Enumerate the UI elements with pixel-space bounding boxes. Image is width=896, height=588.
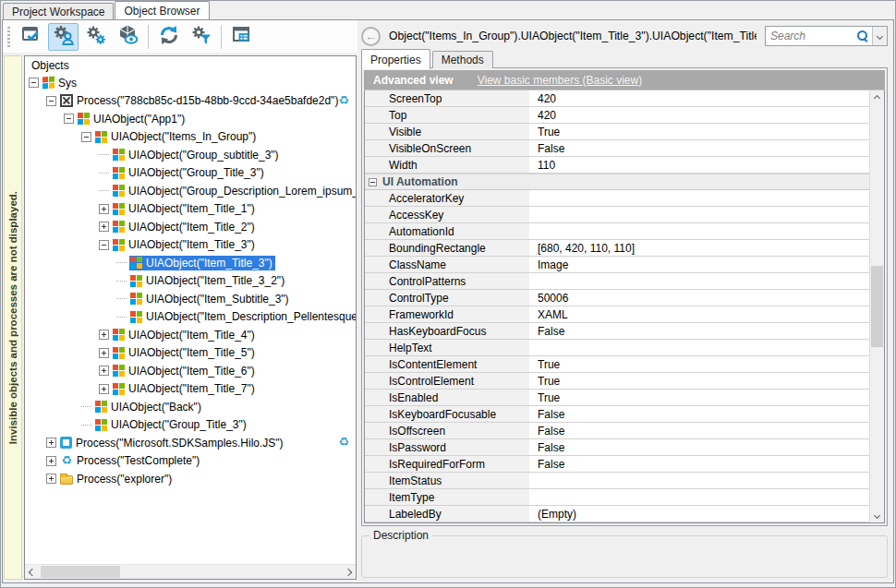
collapse-icon[interactable] — [46, 96, 56, 106]
expand-icon[interactable] — [46, 438, 56, 448]
tab-object-browser[interactable]: Object Browser — [115, 1, 209, 19]
tree-row[interactable]: Process("explorer") — [25, 470, 356, 488]
tree-label[interactable]: UIAObject("Item_Title_1") — [128, 202, 255, 215]
collapse-icon[interactable] — [99, 240, 109, 250]
expand-icon[interactable] — [46, 474, 56, 484]
expand-icon[interactable] — [46, 456, 56, 466]
tab-properties[interactable]: Properties — [361, 49, 430, 69]
property-row[interactable]: IsEnabledTrue — [365, 390, 869, 406]
tree-label[interactable]: UIAObject("Item_Title_6") — [128, 365, 255, 378]
tree-label[interactable]: Sys — [58, 77, 77, 90]
basic-view-link[interactable]: View basic members (Basic view) — [478, 74, 643, 87]
tree-label[interactable]: UIAObject("Group_subtitle_3") — [128, 149, 279, 162]
tree-row[interactable]: ♻Process("TestComplete") — [25, 452, 356, 471]
tree-row[interactable]: UIAObject("Group_Title_3") — [25, 416, 356, 435]
tree-row[interactable]: UIAObject("Item_Title_5") — [25, 344, 356, 363]
property-row[interactable]: AcceleratorKey — [365, 190, 869, 207]
tree-label[interactable]: UIAObject("Back") — [111, 401, 201, 414]
tree-label[interactable]: Process("explorer") — [77, 473, 172, 486]
expand-icon[interactable] — [99, 222, 109, 232]
tree-row[interactable]: UIAObject("Item_Title_3") — [25, 236, 356, 255]
scroll-down-arrow-icon[interactable] — [870, 508, 884, 522]
property-row[interactable]: AccessKey — [365, 207, 869, 223]
tree-row[interactable]: UIAObject("Items_In_Group") — [25, 128, 356, 147]
property-row[interactable]: ItemStatus — [365, 473, 869, 489]
window-check-button[interactable] — [16, 23, 46, 51]
property-row[interactable]: LabeledBy(Empty) — [365, 506, 869, 522]
tree-row[interactable]: Process("788cb85c-d15b-48bb-9ccd-34ae5ba… — [25, 92, 356, 111]
category-row[interactable]: UI Automation — [365, 174, 869, 190]
tree-label[interactable]: UIAObject("Items_In_Group") — [111, 130, 256, 143]
back-button[interactable]: ← — [361, 27, 381, 46]
property-row[interactable]: VisibleOnScreenFalse — [365, 140, 869, 157]
property-row[interactable]: HasKeyboardFocusFalse — [365, 323, 869, 340]
report-window-button[interactable] — [226, 23, 257, 51]
tab-methods[interactable]: Methods — [432, 51, 493, 68]
tab-project-workspace[interactable]: Project Workspace — [3, 3, 114, 19]
tree-row[interactable]: UIAObject("Item_Title_2") — [25, 218, 356, 236]
tree-row[interactable]: Process("Microsoft.SDKSamples.Hilo.JS")♻ — [25, 434, 356, 452]
property-row[interactable]: IsControlElementTrue — [365, 373, 869, 390]
tree-row[interactable]: UIAObject("Item_Subtitle_3") — [25, 290, 356, 308]
property-row[interactable]: Top420 — [365, 107, 869, 124]
expand-icon[interactable] — [99, 384, 109, 394]
property-row[interactable]: FrameworkIdXAML — [365, 306, 869, 323]
property-row[interactable]: IsOffscreenFalse — [365, 423, 869, 439]
tree-label[interactable]: UIAObject("Item_Title_3") — [146, 257, 272, 270]
property-row[interactable]: ControlType50006 — [365, 290, 869, 306]
tree-row[interactable]: UIAObject("Item_Title_3_2") — [25, 272, 356, 291]
tree-label[interactable]: Process("Microsoft.SDKSamples.Hilo.JS") — [76, 437, 284, 450]
refresh-button[interactable] — [153, 23, 184, 51]
tree-label[interactable]: UIAObject("Item_Title_4") — [128, 329, 255, 342]
expand-icon[interactable] — [99, 330, 109, 340]
tree-label[interactable]: UIAObject("App1") — [93, 113, 185, 126]
expand-icon[interactable] — [99, 348, 109, 358]
tree-row[interactable]: UIAObject("Group_Title_3") — [25, 164, 356, 183]
settings-gears-button[interactable] — [80, 23, 111, 51]
tree-row[interactable]: UIAObject("Item_Title_6") — [25, 362, 356, 380]
properties-vertical-scrollbar[interactable] — [869, 90, 884, 522]
property-row[interactable]: VisibleTrue — [365, 124, 869, 140]
filter-settings-button[interactable] — [186, 23, 216, 51]
spy-user-gear-button[interactable] — [48, 23, 79, 51]
tree-row[interactable]: UIAObject("Item_Title_3") — [25, 254, 356, 272]
expand-icon[interactable] — [99, 204, 109, 214]
scroll-right-arrow-icon[interactable] — [341, 565, 356, 580]
property-row[interactable]: Width110 — [365, 157, 869, 174]
property-row[interactable]: IsPasswordFalse — [365, 439, 869, 456]
search-options-dropdown[interactable] — [872, 27, 887, 45]
tree-label[interactable]: UIAObject("Item_Description_Pellentesque… — [146, 310, 356, 323]
property-row[interactable]: ControlPatterns — [365, 273, 869, 290]
tree-label[interactable]: UIAObject("Item_Title_3_2") — [146, 274, 285, 287]
tree-row[interactable]: UIAObject("Group_subtitle_3") — [25, 146, 356, 164]
tree-row[interactable]: UIAObject("Item_Title_1") — [25, 200, 356, 219]
object-view-button[interactable] — [113, 23, 143, 51]
tree-label[interactable]: UIAObject("Item_Subtitle_3") — [146, 293, 289, 306]
tree-label[interactable]: UIAObject("Item_Title_5") — [128, 346, 255, 359]
property-row[interactable]: ItemType — [365, 489, 869, 506]
expand-icon[interactable] — [99, 366, 109, 376]
tree-label[interactable]: UIAObject("Item_Title_3") — [128, 238, 255, 251]
scroll-left-arrow-icon[interactable] — [25, 565, 40, 580]
property-row[interactable]: IsRequiredForFormFalse — [365, 456, 869, 473]
tree-label[interactable]: Process("TestComplete") — [77, 454, 200, 467]
collapse-icon[interactable] — [29, 78, 39, 88]
tree-row[interactable]: Sys — [25, 74, 356, 92]
tree-label[interactable]: UIAObject("Item_Title_7") — [128, 382, 255, 395]
tree-row[interactable]: UIAObject("Back") — [25, 398, 356, 416]
tree-row[interactable]: UIAObject("Group_Description_Lorem_ipsum… — [25, 182, 356, 200]
property-row[interactable]: HelpText — [365, 340, 869, 356]
scrollbar-thumb[interactable] — [871, 266, 883, 347]
collapse-icon[interactable] — [81, 132, 91, 142]
property-row[interactable]: IsKeyboardFocusableFalse — [365, 406, 869, 423]
tree-row[interactable]: UIAObject("Item_Description_Pellentesque… — [25, 308, 356, 327]
property-row[interactable]: IsContentElementTrue — [365, 356, 869, 373]
tree-label[interactable]: UIAObject("Group_Title_3") — [128, 166, 264, 179]
search-input[interactable] — [766, 30, 856, 42]
collapse-icon[interactable] — [64, 114, 74, 124]
collapse-icon[interactable] — [369, 178, 377, 186]
tree-label[interactable]: UIAObject("Group_Description_Lorem_ipsum… — [128, 185, 356, 198]
scrollbar-thumb[interactable] — [41, 566, 120, 578]
tree-label[interactable]: Process("788cb85c-d15b-48bb-9ccd-34ae5ba… — [77, 94, 338, 107]
tree-row[interactable]: UIAObject("Item_Title_4") — [25, 326, 356, 344]
